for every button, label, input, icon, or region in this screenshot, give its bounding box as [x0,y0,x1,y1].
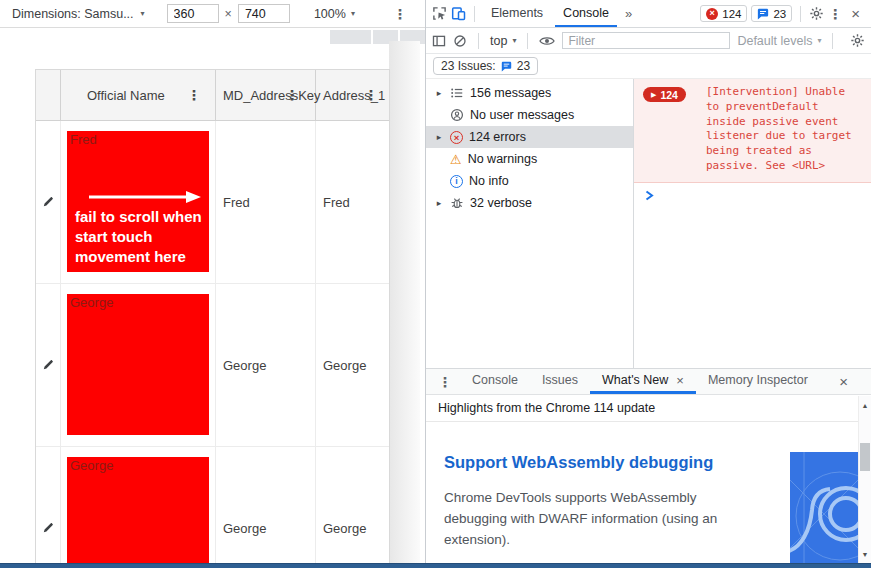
console-prompt[interactable] [634,183,871,204]
console-settings-gear-icon[interactable] [850,33,865,48]
error-message-text: [Intervention] Unable to preventDefault … [706,85,858,174]
red-highlight-cell[interactable]: Fred fail to scroll when start touch mov… [67,131,209,272]
window-bottom-edge [0,563,871,568]
pencil-icon [41,195,55,209]
issues-icon [501,61,512,72]
scroll-down-icon[interactable]: ▼ [859,548,871,560]
console-sidebar-toggle-icon[interactable] [432,34,446,48]
error-count-badge[interactable]: × 124 [700,5,747,22]
column-menu-icon[interactable]: ⋮ [285,87,299,103]
drawer-menu-icon[interactable]: ⋮ [430,375,460,389]
repeat-count-badge[interactable]: ▶ 124 [643,87,686,102]
issues-summary-button[interactable]: 23 Issues: 23 [433,57,538,75]
tab-console[interactable]: Console [555,0,617,27]
live-expression-eye-icon[interactable] [539,34,555,48]
drawer-tab-whats-new[interactable]: What's New × [590,369,696,394]
annotation-arrow-icon [89,191,201,206]
scroll-up-icon[interactable]: ▲ [859,399,871,411]
clear-console-icon[interactable] [453,34,467,48]
context-selector[interactable]: top ▾ [490,34,516,48]
console-filter-input[interactable] [562,32,730,49]
more-tabs-icon[interactable]: » [621,6,636,21]
annotation-text: fail to scroll when start touch movement… [75,207,202,267]
drawer-tab-issues[interactable]: Issues [530,369,590,394]
drawer-close-icon[interactable]: × [834,373,853,390]
screenshot-root: Dimensions: Samsu... ▾ × 100% ▾ ⋮ Offic [0,0,871,568]
edit-button[interactable] [36,121,61,283]
divider [832,33,833,49]
close-tab-icon[interactable]: × [676,373,684,388]
divider [800,6,801,22]
devtools-close-icon[interactable]: × [846,5,865,22]
drawer-tab-console[interactable]: Console [460,369,530,394]
divider [527,33,528,49]
official-name-cell: George [61,284,216,446]
column-menu-icon[interactable]: ⋮ [364,87,378,103]
article-body: Chrome DevTools supports WebAssembly deb… [444,487,731,550]
article-thumbnail[interactable] [790,452,858,568]
device-select-label: Dimensions: Samsu... [12,7,134,21]
md-addresskey-cell: George [216,447,316,568]
log-levels-selector[interactable]: Default levels ▾ [737,34,821,48]
table-row: Fred fail to scroll when start touch mov… [36,121,389,284]
viewport-height-input[interactable] [238,4,290,23]
error-icon: × [450,131,463,144]
sidebar-item-verbose[interactable]: ▸ 32 verbose [426,192,633,214]
table-row: George George George [36,447,389,568]
inspect-element-icon[interactable] [432,6,447,21]
devtools-menu-icon[interactable]: ⋮ [828,7,842,21]
table-row: George George George [36,284,389,447]
column-menu-icon[interactable]: ⋮ [187,87,201,103]
viewport-width-input[interactable] [167,4,219,23]
red-highlight-cell[interactable]: George [67,294,209,435]
drawer-tabbar: ⋮ Console Issues What's New × Memory Ins… [426,369,871,395]
edit-button[interactable] [36,447,61,568]
error-icon: × [706,8,718,20]
red-highlight-cell[interactable]: George [67,457,209,568]
divider [474,6,475,22]
sidebar-item-label: No info [469,174,509,188]
zoom-select[interactable]: 100% ▾ [314,7,355,21]
issue-count-badge[interactable]: 23 [751,5,792,22]
sidebar-item-user-messages[interactable]: No user messages [426,104,633,126]
sidebar-item-warnings[interactable]: ⚠ No warnings [426,148,633,170]
expand-triangle-icon: ▶ [651,91,656,98]
article-title-link[interactable]: Support WebAssembly debugging [444,453,713,472]
page-header-fragment [330,30,371,44]
data-grid: Official Name ⋮ MD_AddressKey ⋮ Address_… [35,69,390,568]
grid-header-md-addresskey: MD_AddressKey ⋮ [216,70,316,120]
device-toolbar-toggle-icon[interactable] [451,6,466,21]
scrollbar-thumb[interactable] [860,443,870,471]
expand-icon[interactable]: ▸ [434,198,444,208]
console-error-message[interactable]: ▶ 124 [Intervention] Unable to preventDe… [634,79,871,183]
error-count: 124 [722,8,741,20]
cell-name-label: Fred [70,132,97,147]
expand-icon[interactable]: ▸ [434,132,444,142]
drawer-tab-memory-inspector[interactable]: Memory Inspector [696,369,820,394]
issues-label: 23 Issues: [441,59,496,73]
zoom-value: 100% [314,7,346,21]
pencil-icon [41,521,55,535]
device-toolbar-menu-icon[interactable]: ⋮ [393,7,413,21]
user-icon [450,108,464,122]
edit-button[interactable] [36,284,61,446]
sidebar-item-label: 32 verbose [470,196,532,210]
sidebar-item-errors[interactable]: ▸ × 124 errors [426,126,633,148]
chevron-down-icon: ▾ [141,9,145,18]
issues-count: 23 [517,59,530,73]
md-addresskey-cell: Fred [216,121,316,283]
divider [478,33,479,49]
issues-bar: 23 Issues: 23 [426,54,871,79]
drawer-scrollbar[interactable]: ▲ ▼ [858,396,871,568]
sidebar-item-label: No user messages [470,108,574,122]
tab-elements[interactable]: Elements [483,0,551,27]
context-value: top [490,34,507,48]
official-name-cell: Fred fail to scroll when start touch mov… [61,121,216,283]
sidebar-item-info[interactable]: i No info [426,170,633,192]
expand-icon[interactable]: ▸ [434,88,444,98]
sidebar-item-messages[interactable]: ▸ 156 messages [426,82,633,104]
pencil-icon [41,358,55,372]
address-1-cell: Fred [316,121,390,283]
device-select[interactable]: Dimensions: Samsu... ▾ [12,7,145,21]
settings-gear-icon[interactable] [809,6,824,21]
